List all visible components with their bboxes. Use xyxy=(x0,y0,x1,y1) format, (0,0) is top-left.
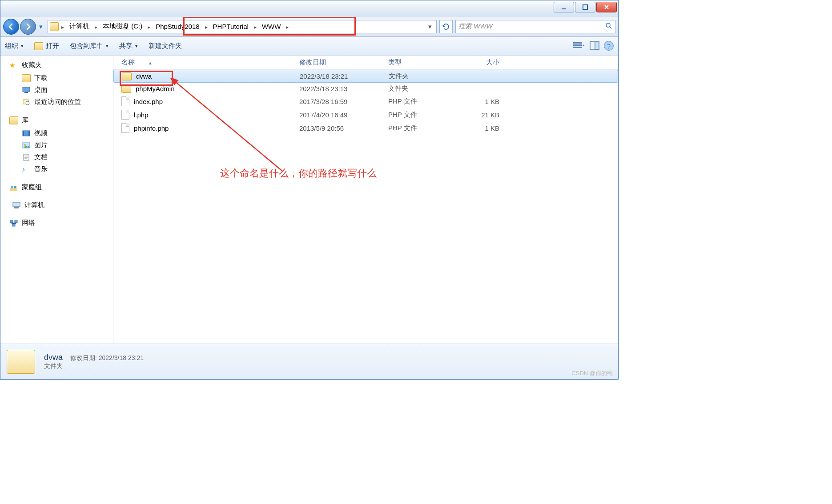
help-button[interactable]: ? xyxy=(604,41,614,51)
column-type-header[interactable]: 类型 xyxy=(388,58,468,67)
details-text: dvwa 修改日期: 2022/3/18 23:21 文件夹 xyxy=(44,353,144,370)
nav-videos[interactable]: 视频 xyxy=(22,127,113,139)
svg-rect-7 xyxy=(595,41,599,49)
nav-computer[interactable]: 计算机 xyxy=(9,200,113,211)
crumb-phpstudy[interactable]: PhpStudy2018 xyxy=(152,20,203,33)
file-row[interactable]: index.php2017/3/28 16:59PHP 文件1 KB xyxy=(113,95,618,108)
file-icon xyxy=(121,110,129,120)
nav-pictures-label: 图片 xyxy=(34,141,48,149)
crumb-www[interactable]: WWW xyxy=(258,20,284,33)
breadcrumb-bar[interactable]: 计算机 本地磁盘 (C:) PhpStudy2018 PHPTutorial W… xyxy=(48,20,437,33)
refresh-button[interactable] xyxy=(439,20,453,33)
crumb-drive-c[interactable]: 本地磁盘 (C:) xyxy=(99,20,146,33)
file-type: PHP 文件 xyxy=(388,111,468,119)
file-size: 21 KB xyxy=(468,111,513,119)
history-dropdown[interactable]: ▾ xyxy=(37,23,45,31)
nav-documents[interactable]: 文档 xyxy=(22,151,113,163)
library-icon xyxy=(9,116,18,124)
svg-rect-3 xyxy=(573,42,582,44)
file-name: index.php xyxy=(134,98,163,105)
picture-icon xyxy=(22,141,31,149)
nav-network[interactable]: 网络 xyxy=(9,219,113,227)
watermark-text: CSDN @你的纯 xyxy=(571,369,613,377)
svg-rect-21 xyxy=(13,202,20,207)
annotation-text: 这个命名是什么，你的路径就写什么 xyxy=(220,167,377,180)
organize-menu[interactable]: 组织 xyxy=(5,42,24,50)
search-input[interactable]: 搜索 WWW xyxy=(455,20,615,33)
column-size-header[interactable]: 大小 xyxy=(468,58,513,67)
svg-point-18 xyxy=(11,186,13,188)
file-name: phpMyAdmin xyxy=(136,85,175,92)
view-options-button[interactable] xyxy=(573,41,585,51)
crumb-computer[interactable]: 计算机 xyxy=(66,20,93,33)
back-button[interactable] xyxy=(3,19,19,35)
minimize-button[interactable] xyxy=(554,2,574,12)
chevron-right-icon[interactable] xyxy=(284,23,290,30)
svg-rect-20 xyxy=(10,188,17,191)
nav-desktop[interactable]: 桌面 xyxy=(22,84,113,96)
nav-videos-label: 视频 xyxy=(34,129,48,137)
file-size: 1 KB xyxy=(468,98,513,105)
nav-libraries[interactable]: 库 xyxy=(9,116,113,124)
file-row[interactable]: dvwa2022/3/18 23:21文件夹 xyxy=(113,70,618,83)
folder-icon xyxy=(22,74,31,82)
share-menu[interactable]: 共享 xyxy=(119,42,138,50)
include-in-library-menu[interactable]: 包含到库中 xyxy=(70,42,109,50)
column-name-header[interactable]: 名称▲ xyxy=(121,58,299,67)
file-date: 2022/3/18 23:13 xyxy=(299,85,388,92)
chevron-right-icon[interactable] xyxy=(93,23,99,30)
details-pane: dvwa 修改日期: 2022/3/18 23:21 文件夹 xyxy=(0,344,618,379)
file-type: PHP 文件 xyxy=(388,97,468,106)
desktop-icon xyxy=(22,86,31,94)
svg-point-2 xyxy=(606,23,610,27)
nav-favorites[interactable]: ★收藏夹 xyxy=(9,61,113,69)
file-name: phpinfo.php xyxy=(134,124,169,132)
new-folder-button[interactable]: 新建文件夹 xyxy=(149,42,182,50)
nav-homegroup[interactable]: 家庭组 xyxy=(9,183,113,192)
file-date: 2022/3/18 23:21 xyxy=(300,72,389,80)
file-icon xyxy=(121,123,129,133)
nav-favorites-label: 收藏夹 xyxy=(22,61,42,69)
file-type: 文件夹 xyxy=(388,84,468,93)
svg-point-19 xyxy=(14,186,16,188)
nav-downloads-label: 下载 xyxy=(34,74,48,82)
address-row: ▾ 计算机 本地磁盘 (C:) PhpStudy2018 PHPTutorial… xyxy=(0,16,618,37)
svg-point-11 xyxy=(26,101,29,105)
file-date: 2013/5/9 20:56 xyxy=(299,124,388,132)
recent-icon xyxy=(22,98,31,106)
file-name: dvwa xyxy=(136,72,152,80)
details-date: 2022/3/18 23:21 xyxy=(99,354,144,361)
close-button[interactable] xyxy=(596,2,617,12)
file-row[interactable]: phpMyAdmin2022/3/18 23:13文件夹 xyxy=(113,83,618,95)
preview-pane-button[interactable] xyxy=(590,41,599,51)
chevron-right-icon[interactable] xyxy=(203,23,209,30)
nav-downloads[interactable]: 下载 xyxy=(22,72,113,84)
crumb-phptutorial[interactable]: PHPTutorial xyxy=(209,20,252,33)
title-bar xyxy=(0,0,618,16)
open-button[interactable]: 打开 xyxy=(34,42,59,50)
details-type: 文件夹 xyxy=(44,362,144,370)
nav-pictures[interactable]: 图片 xyxy=(22,139,113,151)
svg-rect-13 xyxy=(23,131,24,136)
file-row[interactable]: l.php2017/4/20 16:49PHP 文件21 KB xyxy=(113,108,618,121)
command-toolbar: 组织 打开 包含到库中 共享 新建文件夹 ? xyxy=(0,37,618,56)
svg-rect-14 xyxy=(28,131,30,136)
chevron-right-icon[interactable] xyxy=(60,23,66,30)
explorer-window: ▾ 计算机 本地磁盘 (C:) PhpStudy2018 PHPTutorial… xyxy=(0,0,619,380)
file-date: 2017/3/28 16:59 xyxy=(299,98,388,105)
nav-computer-label: 计算机 xyxy=(24,201,44,209)
file-list-pane: 名称▲ 修改日期 类型 大小 dvwa2022/3/18 23:21文件夹php… xyxy=(113,56,618,344)
file-row[interactable]: phpinfo.php2013/5/9 20:56PHP 文件1 KB xyxy=(113,121,618,135)
nav-recent-label: 最近访问的位置 xyxy=(34,98,81,106)
breadcrumb-dropdown[interactable]: ▾ xyxy=(426,23,434,31)
maximize-button[interactable] xyxy=(575,2,595,12)
nav-music[interactable]: ♪音乐 xyxy=(22,163,113,175)
nav-recent[interactable]: 最近访问的位置 xyxy=(22,96,113,108)
svg-rect-24 xyxy=(15,220,17,223)
nav-libraries-label: 库 xyxy=(22,116,28,124)
chevron-right-icon[interactable] xyxy=(146,23,152,30)
computer-icon xyxy=(12,201,21,209)
forward-button[interactable] xyxy=(20,19,36,35)
column-date-header[interactable]: 修改日期 xyxy=(299,58,388,67)
chevron-right-icon[interactable] xyxy=(252,23,258,30)
